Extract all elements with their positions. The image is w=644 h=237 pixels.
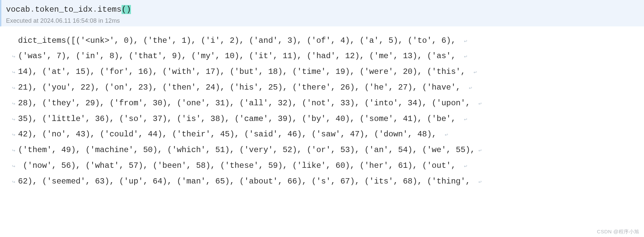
code-line[interactable]: vocab.token_to_idx.items() xyxy=(6,4,639,15)
output-text: ('them', 49), ('machine', 50), ('which',… xyxy=(18,142,475,158)
output-text: dict_items([('<unk>', 0), ('the', 1), ('… xyxy=(18,33,461,49)
wrap-end-icon: ↩ xyxy=(461,161,467,172)
dot-1: . xyxy=(30,5,35,14)
wrap-end-icon: ↩ xyxy=(465,83,472,94)
code-token-attr: token_to_idx xyxy=(35,5,93,14)
wrap-end-icon: ↩ xyxy=(475,146,482,156)
wrap-end-icon: ↩ xyxy=(461,36,467,47)
output-text: 28), ('they', 29), ('from', 30), ('one',… xyxy=(18,96,475,111)
wrap-end-icon: ↩ xyxy=(441,130,448,140)
wrap-end-icon: ↩ xyxy=(475,177,482,188)
wrap-start-icon: ↪ xyxy=(12,146,18,156)
output-text: 62), ('seemed', 63), ('up', 64), ('man',… xyxy=(18,174,475,190)
wrap-end-icon: ↩ xyxy=(461,115,467,125)
output-line: ↪ ('them', 49), ('machine', 50), ('which… xyxy=(12,142,632,158)
output-line: ↪ 42), ('no', 43), ('could', 44), ('thei… xyxy=(12,127,632,142)
wrap-start-icon: ↪ xyxy=(12,177,18,188)
wrap-start-icon: ↪ xyxy=(12,68,18,78)
wrap-start-icon: ↪ xyxy=(12,115,18,125)
output-text: 21), ('you', 22), ('on', 23), ('then', 2… xyxy=(18,80,465,96)
highlighted-parens: () xyxy=(122,5,131,14)
execution-info: Executed at 2024.06.11 16:54:08 in 12ms xyxy=(6,17,639,24)
code-token-method: items xyxy=(98,5,122,14)
wrap-start-icon: ↪ xyxy=(12,83,18,94)
wrap-start-icon: ↪ xyxy=(12,52,18,62)
output-text: 35), ('little', 36), ('so', 37), ('is', … xyxy=(18,111,461,127)
cell-output[interactable]: dict_items([('<unk>', 0), ('the', 1), ('… xyxy=(0,26,644,191)
output-text: ('was', 7), ('in', 8), ('that', 9), ('my… xyxy=(18,48,461,64)
wrap-start-icon: ↪ xyxy=(12,161,18,172)
output-line: ↪ 35), ('little', 36), ('so', 37), ('is'… xyxy=(12,111,632,127)
dot-2: . xyxy=(93,5,97,14)
code-token-vocab: vocab xyxy=(6,5,30,14)
output-line: ↪ ('now', 56), ('what', 57), ('been', 58… xyxy=(12,158,632,174)
output-text: ('now', 56), ('what', 57), ('been', 58),… xyxy=(18,158,461,174)
wrap-start-icon: ↪ xyxy=(12,130,18,140)
output-line: ↪ 21), ('you', 22), ('on', 23), ('then',… xyxy=(12,80,632,96)
output-line: dict_items([('<unk>', 0), ('the', 1), ('… xyxy=(12,33,632,49)
wrap-start-icon: ↪ xyxy=(12,99,18,109)
wrap-end-icon: ↩ xyxy=(475,99,482,109)
output-line: ↪ 62), ('seemed', 63), ('up', 64), ('man… xyxy=(12,174,632,190)
output-text: 42), ('no', 43), ('could', 44), ('their'… xyxy=(18,127,441,142)
output-text: 14), ('at', 15), ('for', 16), ('with', 1… xyxy=(18,64,470,80)
wrap-end-icon: ↩ xyxy=(461,52,467,62)
output-line: ↪ 14), ('at', 15), ('for', 16), ('with',… xyxy=(12,64,632,80)
code-cell[interactable]: vocab.token_to_idx.items() Executed at 2… xyxy=(0,0,644,26)
output-line: ↪ 28), ('they', 29), ('from', 30), ('one… xyxy=(12,96,632,111)
output-line: ↪ ('was', 7), ('in', 8), ('that', 9), ('… xyxy=(12,48,632,64)
wrap-end-icon: ↩ xyxy=(470,68,477,78)
